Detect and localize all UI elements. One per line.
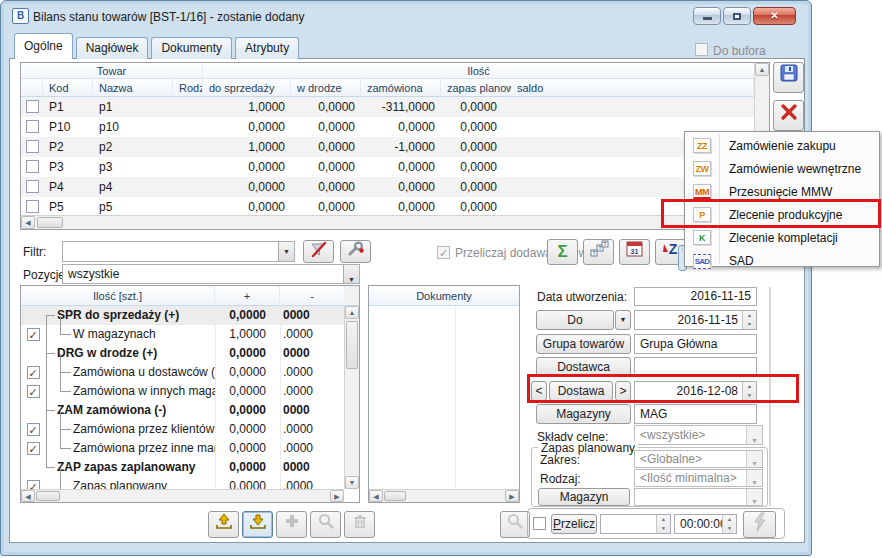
move-up-button[interactable]: [208, 511, 239, 538]
scroll-up-icon[interactable]: ▲: [755, 63, 769, 76]
tab-naglowek[interactable]: Nagłówek: [76, 37, 149, 59]
column-header-rodzaj[interactable]: Rodzaj: [173, 79, 203, 97]
counter-spinner[interactable]: ▲▼: [656, 515, 670, 533]
date-spinner[interactable]: ▲▼: [742, 382, 756, 400]
tree-checkbox[interactable]: ✓: [21, 363, 45, 383]
tab-dokumenty[interactable]: Dokumenty: [151, 37, 232, 59]
creation-date-field[interactable]: 2016-11-15: [634, 287, 757, 306]
column-header-kod[interactable]: Kod: [43, 79, 93, 97]
minimize-button[interactable]: [693, 7, 721, 25]
dostawa-button[interactable]: Dostawa: [549, 381, 613, 401]
row-select-checkbox[interactable]: [21, 197, 43, 215]
filter-settings-button[interactable]: [340, 240, 371, 263]
row-select-checkbox[interactable]: [21, 137, 43, 157]
row-select-checkbox[interactable]: [21, 177, 43, 197]
grupa-towarow-button[interactable]: Grupa towarów: [536, 334, 631, 354]
column-header-nazwa[interactable]: Nazwa: [93, 79, 173, 97]
tree-row[interactable]: SPR do sprzedaży (+) 0,0000 0000: [21, 306, 344, 325]
scroll-up-icon[interactable]: ▲: [345, 306, 359, 319]
scroll-thumb[interactable]: [384, 491, 406, 501]
add-button[interactable]: [276, 511, 307, 538]
execute-button[interactable]: [743, 511, 776, 538]
recalc-checkbox[interactable]: ✓: [437, 246, 450, 259]
calendar-button[interactable]: 31: [619, 239, 650, 265]
time-field[interactable]: 00:00:00 ▲▼: [674, 514, 737, 534]
column-header-zapas[interactable]: zapas planowany: [441, 79, 511, 97]
magazyny-field[interactable]: MAG: [634, 404, 757, 424]
scroll-down-icon[interactable]: ▼: [345, 476, 359, 489]
tree-row[interactable]: DRG w drodze (+) 0,0000 0000: [21, 344, 344, 363]
magazyn-button[interactable]: Magazyn: [538, 488, 630, 506]
view-button[interactable]: [310, 511, 341, 538]
menu-item-zlecenie-kompletacji[interactable]: K Zlecenie kompletacji: [685, 226, 879, 249]
group-header-ilosc[interactable]: Ilość: [203, 63, 754, 79]
dostawa-prev-button[interactable]: <: [531, 381, 547, 401]
menu-item-zamowienie-zakupu[interactable]: ZZ Zamówienie zakupu: [685, 134, 879, 157]
row-select-checkbox[interactable]: [21, 97, 43, 117]
table-row[interactable]: P10 p10 0,0000 0,0000 0,0000 0,0000: [21, 117, 754, 137]
menu-item-sad[interactable]: SAD SAD: [685, 249, 879, 272]
move-down-button[interactable]: [242, 511, 273, 538]
table-horizontal-scrollbar[interactable]: ◀ ▶: [21, 215, 754, 229]
do-bufora-checkbox[interactable]: [695, 43, 708, 56]
menu-item-przesuniecie-mmw[interactable]: MM Przesunięcie MMW: [685, 180, 879, 203]
column-header-do-sprzedazy[interactable]: do sprzedaży: [203, 79, 291, 97]
magazyny-button[interactable]: Magazyny: [536, 404, 631, 424]
tree-checkbox[interactable]: ✓: [21, 325, 45, 345]
delete-button[interactable]: [344, 511, 375, 538]
table-row[interactable]: P5 p5 0,0000 0,0000 0,0000 0,0000: [21, 197, 754, 215]
do-dropdown-button[interactable]: ▼: [615, 310, 631, 330]
tree-checkbox[interactable]: ✓: [21, 382, 45, 402]
save-button[interactable]: [773, 62, 804, 93]
column-header-zamowiona[interactable]: zamówiona: [361, 79, 441, 97]
tab-ogolne[interactable]: Ogólne: [14, 33, 73, 59]
tree-horizontal-scrollbar[interactable]: ◀ ▶: [21, 489, 344, 502]
scroll-left-icon[interactable]: ◀: [21, 490, 35, 502]
tab-atrybuty[interactable]: Atrybuty: [235, 37, 299, 59]
pozycje-combobox[interactable]: wszystkie ▼: [62, 264, 360, 284]
menu-item-zlecenie-produkcyjne[interactable]: P Zlecenie produkcyjne: [685, 203, 879, 226]
restore-button[interactable]: [723, 7, 751, 25]
filter-combobox[interactable]: ▼: [62, 241, 295, 262]
documents-header[interactable]: Dokumenty: [369, 286, 519, 306]
scroll-thumb[interactable]: [346, 321, 358, 369]
table-row[interactable]: P4 p4 0,0000 0,0000 0,0000 0,0000: [21, 177, 754, 197]
tree-row[interactable]: ZAP zapas zaplanowany 0,0000 0000: [21, 458, 344, 477]
tree-checkbox[interactable]: ✓: [21, 477, 45, 489]
filter-clear-button[interactable]: [303, 240, 334, 263]
scroll-left-icon[interactable]: ◀: [369, 490, 383, 502]
zakres-dropdown[interactable]: <Globalne> ▼: [634, 450, 763, 468]
magazyn-dropdown[interactable]: ▼: [634, 488, 763, 506]
dostawa-next-button[interactable]: >: [615, 381, 631, 401]
scroll-right-icon[interactable]: ▶: [505, 490, 519, 502]
przelicz-checkbox[interactable]: [533, 517, 546, 530]
sum-button[interactable]: Σ: [547, 239, 578, 265]
rodzaj-dropdown[interactable]: <Ilość minimalna> ▼: [634, 469, 763, 487]
documents-view-button[interactable]: [500, 511, 530, 538]
time-spinner[interactable]: ▲▼: [722, 515, 736, 533]
group-header-towar[interactable]: Towar: [21, 63, 203, 79]
table-row[interactable]: P3 p3 0,0000 0,0000 0,0000 0,0000: [21, 157, 754, 177]
tree-checkbox[interactable]: ✓: [21, 439, 45, 459]
menu-item-zamowienie-wewnetrzne[interactable]: ZW Zamówienie wewnętrzne: [685, 157, 879, 180]
tree-header-plus[interactable]: +: [215, 286, 280, 306]
documents-horizontal-scrollbar[interactable]: ◀ ▶: [369, 489, 519, 502]
tree-header-minus[interactable]: -: [280, 286, 344, 306]
column-header-saldo[interactable]: saldo: [511, 79, 754, 97]
dostawa-date-field[interactable]: 2016-12-08 ▲▼: [634, 381, 757, 401]
dostawca-field[interactable]: [634, 357, 757, 377]
tree-row[interactable]: ZAM zamówiona (-) 0,0000 0000: [21, 401, 344, 420]
tree-row[interactable]: ✓ Zapas planowany 0,0000 .0000: [21, 477, 344, 489]
scroll-left-icon[interactable]: ◀: [21, 216, 35, 229]
panel-splitter[interactable]: [769, 287, 771, 506]
scroll-thumb[interactable]: [37, 217, 63, 228]
row-select-checkbox[interactable]: [21, 117, 43, 137]
row-select-checkbox[interactable]: [21, 157, 43, 177]
do-button[interactable]: Do: [536, 310, 614, 330]
pozycje-dropdown-icon[interactable]: ▼: [343, 265, 359, 283]
date-spinner[interactable]: ▲▼: [742, 311, 756, 329]
table-row[interactable]: P1 p1 1,0000 0,0000 -311,0000 0,0000: [21, 97, 754, 117]
close-button[interactable]: ✕: [753, 7, 796, 25]
column-header-w-drodze[interactable]: w drodze: [291, 79, 361, 97]
tree-checkbox[interactable]: ✓: [21, 420, 45, 440]
